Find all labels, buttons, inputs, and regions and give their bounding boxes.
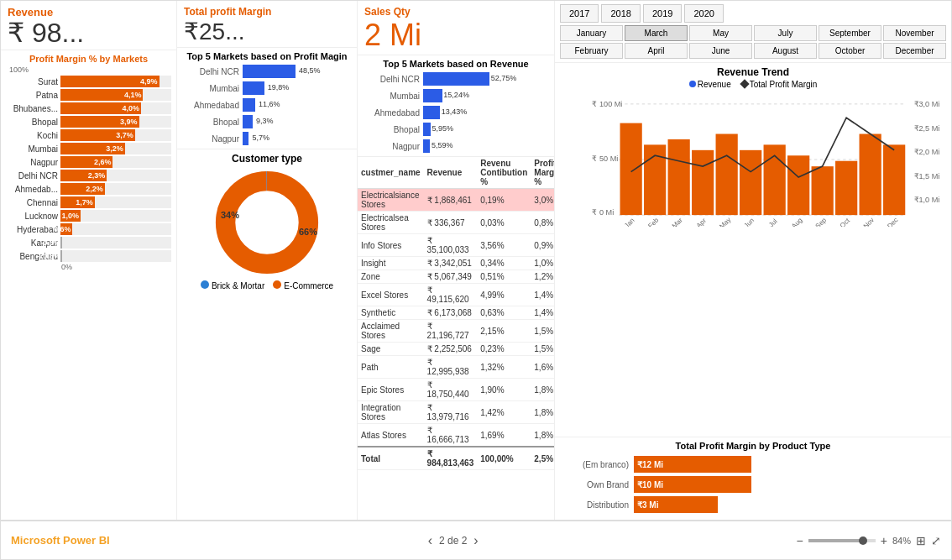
pm-bar-label: Ahmedab...	[6, 185, 58, 194]
table-row: Info Stores₹ 35,100,0333,56%0,9%1,3%	[358, 234, 554, 257]
month-filter-btn[interactable]: April	[625, 43, 688, 59]
month-filter-btn[interactable]: June	[689, 43, 752, 59]
svg-text:Sep: Sep	[814, 216, 829, 227]
top5-profit-bar-fill	[243, 81, 264, 95]
product-bar-label: Distribution	[562, 500, 629, 510]
pm-bar-track: 4,1%	[60, 89, 171, 101]
pm-bar-track: 2,6%	[60, 156, 171, 168]
powerbi-link[interactable]: Microsoft Power BI	[11, 534, 110, 547]
svg-rect-23	[835, 161, 857, 215]
month-filter-btn[interactable]: March	[625, 25, 688, 41]
product-bar-value: ₹12 Mi	[634, 460, 667, 469]
svg-rect-17	[692, 150, 714, 215]
top5-profit-bar-value: 19,8%	[268, 83, 290, 92]
table-row: Epic Stores₹ 18,750,4401,90%1,8%1,3%	[358, 379, 554, 401]
top5-revenue-bar-value: 5,95%	[432, 124, 453, 133]
pm-bar-track: 3,2%	[60, 143, 171, 154]
year-filter-btn[interactable]: 2018	[601, 4, 640, 23]
month-filter-btn[interactable]: August	[754, 43, 817, 59]
pm-bar-row: Mumbai3,2%	[6, 143, 171, 154]
top5-revenue-bar-label: Mumbai	[363, 92, 420, 101]
pm-bar-track: 4,0%	[60, 102, 171, 114]
month-filter-btn[interactable]: October	[819, 43, 881, 59]
pm-bar-fill: 0,6%	[60, 223, 72, 235]
col-customer: custmer_name	[358, 157, 424, 189]
fullscreen-icon[interactable]: ⤢	[931, 534, 941, 547]
zoom-minus-icon[interactable]: −	[797, 534, 803, 547]
svg-text:₹ 0 Mi: ₹ 0 Mi	[592, 208, 614, 217]
zoom-plus-icon[interactable]: +	[881, 534, 887, 547]
table-row: Path₹ 12,995,9381,32%1,6%0,9%	[358, 356, 554, 379]
col-rev-contrib: Revenu Contibution %	[477, 157, 531, 189]
fit-view-icon[interactable]: ⊞	[916, 534, 926, 547]
top5-revenue-bar-label: Delhi NCR	[363, 75, 420, 84]
top5-profit-bar-value: 9,3%	[256, 117, 274, 125]
svg-rect-25	[883, 144, 905, 215]
product-bar-row: Distribution₹3 Mi	[562, 496, 944, 513]
pm-bar-track: -20,8%	[60, 250, 171, 262]
pm-bar-fill: 4,9%	[60, 76, 160, 87]
pm-bar-value: 3,9%	[120, 118, 138, 126]
zoom-slider[interactable]	[808, 539, 876, 542]
pm-bar-label: Chennai	[6, 198, 58, 207]
pm-bar-value: 4,9%	[140, 77, 158, 86]
pm-bar-value: -20,8%	[36, 252, 60, 260]
svg-text:₹ 50 Mi: ₹ 50 Mi	[592, 154, 618, 163]
pm-bar-row: Patna4,1%	[6, 89, 171, 101]
pm-bar-fill: 1,0%	[60, 210, 81, 222]
top5-revenue-bar-value: 5,59%	[432, 141, 453, 149]
top5-revenue-bar-value: 15,24%	[443, 91, 469, 99]
month-filter-btn[interactable]: September	[819, 25, 881, 41]
top5-profit-bar-fill	[243, 132, 248, 145]
pm-bar-row: Chennai1,7%	[6, 196, 171, 208]
pm-bar-row: Ahmedab...2,2%	[6, 183, 171, 195]
pm-bar-value: 2,2%	[86, 185, 103, 193]
year-filter-btn[interactable]: 2017	[560, 4, 599, 23]
pm-bar-fill: 4,1%	[60, 89, 143, 101]
year-filter-btn[interactable]: 2020	[684, 4, 723, 23]
month-filter-btn[interactable]: January	[560, 25, 623, 41]
pm-bar-fill: 3,7%	[60, 129, 135, 141]
month-filter-btn[interactable]: July	[754, 25, 817, 41]
pm-bar-label: Mumbai	[6, 144, 58, 154]
month-filter-btn[interactable]: May	[689, 25, 752, 41]
month-filter-btn[interactable]: November	[883, 25, 946, 41]
svg-rect-22	[812, 166, 834, 215]
pm-bar-track: 2,2%	[60, 183, 171, 195]
year-filter-btn[interactable]: 2019	[643, 4, 682, 23]
svg-text:May: May	[718, 216, 732, 227]
pm-bar-fill: 2,3%	[60, 170, 107, 181]
product-bars: (Em branco)₹12 MiOwn Brand₹10 MiDistribu…	[562, 456, 944, 513]
pm-bar-value: 0,6%	[54, 225, 71, 233]
pm-bar-row: Kochi3,7%	[6, 129, 171, 141]
product-bar-label: (Em branco)	[562, 460, 629, 469]
pm-bar-fill: 2,6%	[60, 156, 112, 168]
table-row: Electricalsea Stores₹ 336,3670,03%0,8%0,…	[358, 212, 554, 234]
pm-bar-row: Delhi NCR2,3%	[6, 170, 171, 181]
pm-bar-fill: 4,0%	[60, 102, 141, 114]
top5-revenue-bar-row: Mumbai15,24%	[363, 89, 549, 102]
pm-bar-fill: 3,2%	[60, 143, 125, 154]
month-filter-btn[interactable]: February	[560, 43, 623, 59]
top5-revenue-title: Top 5 Markets based on Revenue	[363, 59, 549, 69]
next-page-btn[interactable]: ›	[473, 533, 478, 548]
pm-bar-value: 4,0%	[122, 104, 139, 113]
pm-bar-label: Kochi	[6, 131, 58, 140]
top5-profit-bar-value: 11,6%	[259, 100, 280, 108]
product-bar-fill: ₹12 Mi	[634, 456, 751, 473]
svg-text:Jul: Jul	[767, 217, 779, 227]
top5-revenue-bar-row: Delhi NCR52,75%	[363, 72, 549, 86]
pm-bar-label: Lucknow	[6, 212, 58, 221]
pm-bar-track: 1,7%	[60, 196, 171, 208]
pm-bar-value: 3,2%	[106, 144, 123, 153]
pm-bar-row: Nagpur2,6%	[6, 156, 171, 168]
ecommerce-legend: E-Commerce	[284, 281, 333, 290]
prev-page-btn[interactable]: ‹	[428, 533, 432, 548]
svg-text:Feb: Feb	[646, 216, 660, 227]
pm-bar-label: Patna	[6, 91, 58, 100]
product-bar-value: ₹10 Mi	[634, 480, 667, 489]
month-filter-btn[interactable]: December	[883, 43, 946, 59]
product-bar-row: (Em branco)₹12 Mi	[562, 456, 944, 473]
product-bar-fill: ₹3 Mi	[634, 496, 718, 513]
pm-bar-label: Delhi NCR	[6, 171, 58, 181]
